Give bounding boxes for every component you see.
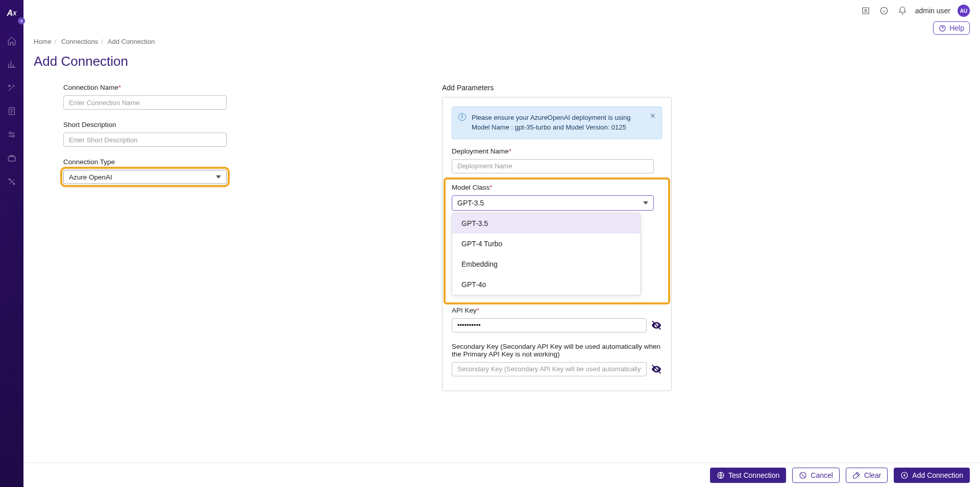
option-gpt4o[interactable]: GPT-4o (452, 274, 640, 295)
expand-icon[interactable]: » (18, 17, 25, 24)
svg-point-7 (865, 9, 866, 11)
info-icon[interactable] (878, 5, 890, 16)
svg-point-2 (12, 135, 15, 138)
conn-name-label: Connection Name* (63, 84, 422, 91)
test-connection-button[interactable]: Test Connection (710, 468, 786, 483)
model-class-select[interactable]: GPT-3.5 (452, 195, 654, 211)
svg-rect-3 (8, 157, 15, 161)
crumb-home[interactable]: Home (34, 38, 52, 45)
clear-button[interactable]: Clear (846, 468, 888, 483)
short-desc-input[interactable] (63, 133, 227, 147)
params-title: Add Parameters (442, 84, 970, 92)
secondary-label: Secondary Key (Secondary API Key will be… (452, 343, 662, 358)
breadcrumb: Home/ Connections/ Add Connection (34, 38, 970, 45)
option-gpt35[interactable]: GPT-3.5 (452, 213, 640, 234)
option-gpt4turbo[interactable]: GPT-4 Turbo (452, 234, 640, 254)
eye-off-icon[interactable] (651, 364, 662, 375)
nav-tools[interactable] (5, 174, 19, 189)
model-class-dropdown: GPT-3.5 GPT-4 Turbo Embedding GPT-4o (452, 213, 641, 295)
svg-point-1 (9, 132, 12, 135)
option-embedding[interactable]: Embedding (452, 254, 640, 274)
footer: Test Connection Cancel Clear Add Connect… (23, 463, 980, 487)
crumb-connections[interactable]: Connections (61, 38, 98, 45)
avatar[interactable]: AU (958, 5, 970, 17)
user-name: admin user (915, 7, 950, 15)
nav-settings[interactable] (5, 127, 19, 142)
deployment-label: Deployment Name* (452, 147, 662, 155)
model-class-highlight: Model Class* GPT-3.5 GPT-3.5 GPT-4 Turbo… (445, 178, 669, 303)
cancel-button[interactable]: Cancel (792, 468, 840, 483)
conn-type-label: Connection Type (63, 158, 422, 166)
deployment-input[interactable] (452, 159, 654, 173)
eye-off-icon[interactable] (651, 320, 662, 331)
sidebar: AX» (0, 0, 23, 487)
bell-icon[interactable] (897, 5, 908, 16)
conn-type-select[interactable]: Azure OpenAI (63, 170, 227, 184)
app-logo: AX» (2, 4, 22, 22)
info-alert: i Please ensure your AzureOpenAI deploym… (452, 107, 662, 139)
params-panel: i Please ensure your AzureOpenAI deploym… (442, 97, 672, 391)
alert-close-icon[interactable] (649, 112, 656, 119)
model-class-label: Model Class* (452, 184, 662, 191)
secondary-key-input[interactable] (452, 362, 647, 376)
chevron-down-icon (216, 175, 221, 178)
add-connection-button[interactable]: Add Connection (894, 468, 970, 483)
nav-briefcase[interactable] (5, 151, 19, 165)
model-class-value: GPT-3.5 (457, 199, 484, 207)
card-icon[interactable] (860, 5, 871, 16)
page-title: Add Connection (34, 54, 970, 69)
help-button[interactable]: Help (933, 21, 970, 35)
nav-magic[interactable] (5, 81, 19, 95)
nav-home[interactable] (5, 34, 19, 48)
chevron-down-icon (643, 201, 648, 204)
crumb-current: Add Connection (108, 38, 155, 45)
api-key-input[interactable] (452, 318, 647, 332)
api-key-label: API Key* (452, 306, 662, 314)
help-label: Help (949, 24, 964, 32)
topbar: admin user AU (23, 0, 980, 21)
conn-name-input[interactable] (63, 95, 227, 110)
alert-text: Please ensure your AzureOpenAI deploymen… (472, 114, 630, 131)
alert-info-icon: i (458, 113, 466, 121)
nav-docs[interactable] (5, 104, 19, 118)
nav-analytics[interactable] (5, 57, 19, 71)
short-desc-label: Short Description (63, 121, 422, 129)
conn-type-value: Azure OpenAI (69, 173, 112, 181)
